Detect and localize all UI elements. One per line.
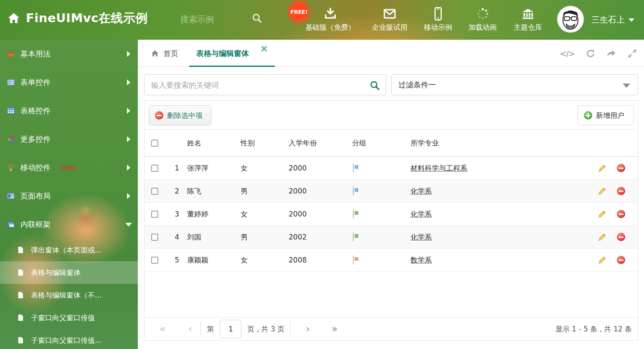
column-header-year[interactable]: 入学年份 bbox=[284, 138, 347, 148]
sidebar-item-more-controls[interactable]: 更多控件 bbox=[0, 125, 138, 153]
user-menu[interactable]: 三生石上 bbox=[591, 14, 634, 25]
refresh-icon[interactable] bbox=[586, 48, 596, 59]
keyword-search-input[interactable] bbox=[151, 75, 364, 95]
major-link[interactable]: 材料科学与工程系 bbox=[411, 164, 467, 172]
sidebar-item-label: 移动控件 bbox=[20, 163, 51, 173]
home-icon bbox=[150, 49, 160, 58]
active-tab-underline bbox=[189, 66, 275, 67]
header-action-label: 主题仓库 bbox=[505, 23, 551, 32]
tag-icon bbox=[353, 255, 354, 265]
column-header-gender[interactable]: 性别 bbox=[236, 138, 284, 148]
row-checkbox[interactable] bbox=[151, 188, 158, 195]
sidebar-subitem-label: 子窗口向父窗口传值 bbox=[31, 313, 95, 323]
header-action-loading-animations[interactable]: 加载动画 bbox=[461, 6, 505, 34]
corp-badge: Corp. bbox=[61, 164, 77, 171]
column-header-major[interactable]: 所学专业 bbox=[406, 138, 592, 148]
major-link[interactable]: 化学系 bbox=[411, 233, 432, 241]
row-checkbox[interactable] bbox=[151, 257, 158, 264]
cell-gender: 女 bbox=[236, 163, 284, 173]
form-icon bbox=[7, 78, 15, 87]
next-page-button[interactable]: › bbox=[303, 323, 312, 335]
sidebar-item-basic-usage[interactable]: 基本用法 bbox=[0, 40, 138, 68]
user-avatar[interactable] bbox=[557, 6, 584, 33]
column-header-name[interactable]: 姓名 bbox=[182, 138, 236, 148]
major-link[interactable]: 化学系 bbox=[411, 210, 432, 218]
add-user-button[interactable]: 新增用户 bbox=[578, 105, 634, 125]
table-icon bbox=[7, 107, 15, 115]
delete-row-icon[interactable] bbox=[617, 233, 625, 241]
envelope-icon bbox=[365, 6, 415, 22]
sidebar: 基本用法 表单控件 表格控件 更多控件 移动控件 Corp. bbox=[0, 40, 138, 349]
tab-bar: 首页 表格与编辑窗体 </> bbox=[138, 40, 644, 67]
delete-selected-button[interactable]: 删除选中项 bbox=[149, 105, 211, 125]
delete-row-icon[interactable] bbox=[617, 164, 625, 172]
file-icon bbox=[17, 246, 24, 254]
sidebar-subitem-label: 表格与编辑窗体 bbox=[31, 268, 81, 278]
sidebar-item-page-layout[interactable]: 页面布局 bbox=[0, 182, 138, 210]
view-source-icon[interactable]: </> bbox=[560, 49, 575, 58]
row-checkbox[interactable] bbox=[151, 234, 158, 241]
sidebar-item-form-controls[interactable]: 表单控件 bbox=[0, 68, 138, 97]
filter-dropdown[interactable]: 过滤条件一 bbox=[391, 74, 638, 95]
tag-icon bbox=[353, 163, 354, 173]
first-page-button[interactable]: « bbox=[157, 323, 168, 335]
prev-page-button[interactable]: ‹ bbox=[186, 323, 195, 335]
chevron-right-icon bbox=[127, 193, 130, 199]
sidebar-subitem-grid-edit-window[interactable]: 表格与编辑窗体 bbox=[0, 261, 138, 284]
edit-pencil-icon[interactable] bbox=[598, 209, 607, 219]
tab-grid-edit-window[interactable]: 表格与编辑窗体 bbox=[196, 40, 249, 67]
sidebar-item-label: 内联框架 bbox=[20, 219, 51, 229]
plus-circle-icon bbox=[584, 111, 592, 120]
sidebar-item-iframe[interactable]: 内联框架 bbox=[0, 210, 138, 239]
edit-pencil-icon[interactable] bbox=[598, 232, 607, 242]
delete-row-icon[interactable] bbox=[617, 210, 625, 218]
delete-row-icon[interactable] bbox=[617, 187, 625, 195]
tab-home[interactable]: 首页 bbox=[150, 40, 178, 67]
last-page-button[interactable]: » bbox=[329, 323, 340, 335]
cell-year: 2000 bbox=[284, 164, 347, 172]
home-icon[interactable] bbox=[7, 12, 21, 27]
app-title: FineUIMvc在线示例 bbox=[26, 10, 148, 27]
header-action-mobile-demos[interactable]: 移动示例 bbox=[415, 6, 461, 34]
edit-pencil-icon[interactable] bbox=[598, 186, 607, 196]
cell-year: 2002 bbox=[284, 233, 347, 241]
edit-pencil-icon[interactable] bbox=[598, 163, 607, 173]
sidebar-subitem-grid-edit-window-2[interactable]: 表格与编辑窗体（不... bbox=[0, 284, 138, 306]
select-all-checkbox[interactable] bbox=[151, 140, 158, 147]
fullscreen-icon[interactable] bbox=[627, 48, 637, 59]
row-checkbox[interactable] bbox=[151, 165, 158, 172]
major-link[interactable]: 化学系 bbox=[411, 187, 432, 195]
sidebar-subitem-child-to-parent[interactable]: 子窗口向父窗口传值 bbox=[0, 306, 138, 329]
share-icon[interactable] bbox=[606, 48, 616, 59]
close-icon[interactable] bbox=[261, 45, 267, 53]
header-action-label: 移动示例 bbox=[415, 23, 461, 32]
antenna-icon bbox=[7, 163, 15, 172]
header-action-theme-store[interactable]: 主题仓库 bbox=[505, 6, 551, 34]
header-action-enterprise-trial[interactable]: 企业版试用 bbox=[365, 6, 415, 34]
sidebar-subitem-popup-window[interactable]: 弹出窗体（本页面或... bbox=[0, 239, 138, 261]
page-prefix: 第 bbox=[207, 324, 214, 334]
sidebar-item-mobile-controls[interactable]: 移动控件 Corp. bbox=[0, 153, 138, 182]
search-icon[interactable] bbox=[369, 80, 380, 92]
page-suffix: 页 , 共 3 页 bbox=[247, 324, 284, 334]
file-icon bbox=[17, 336, 24, 344]
page-number-input[interactable] bbox=[220, 320, 241, 338]
sidebar-item-label: 页面布局 bbox=[20, 191, 51, 201]
major-link[interactable]: 数学系 bbox=[411, 256, 432, 264]
sidebar-item-grid-controls[interactable]: 表格控件 bbox=[0, 97, 138, 125]
edit-pencil-icon[interactable] bbox=[598, 255, 607, 265]
minus-circle-icon bbox=[155, 111, 163, 120]
file-icon bbox=[17, 314, 24, 321]
row-checkbox[interactable] bbox=[151, 211, 158, 218]
header-action-basic-edition[interactable]: 基础版（免费） bbox=[303, 6, 358, 34]
header-search-icon[interactable] bbox=[251, 13, 262, 25]
delete-row-icon[interactable] bbox=[617, 256, 625, 264]
column-header-group[interactable]: 分组 bbox=[347, 138, 406, 148]
cell-year: 2000 bbox=[284, 210, 347, 218]
header-search-input[interactable] bbox=[180, 12, 247, 27]
tag-icon bbox=[353, 209, 354, 219]
sidebar-item-label: 表单控件 bbox=[20, 77, 51, 87]
sidebar-subitem-label: 子窗口向父窗口传值... bbox=[31, 336, 101, 345]
cell-gender: 男 bbox=[236, 232, 284, 242]
sidebar-subitem-child-to-parent-2[interactable]: 子窗口向父窗口传值... bbox=[0, 329, 138, 349]
